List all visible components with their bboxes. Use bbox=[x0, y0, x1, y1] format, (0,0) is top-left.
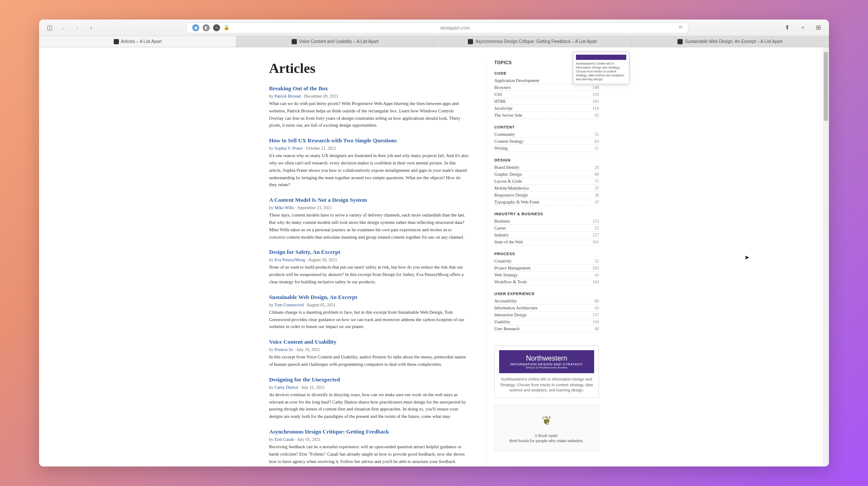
topic-link[interactable]: Project Management102 bbox=[494, 265, 599, 272]
browser-toolbar: ◫ ⌄ ‹ › ◉ ◐ ○ 🔒 alistapart.com ⟳ ⬆ + ⊞ bbox=[39, 20, 829, 36]
topic-link[interactable]: Interaction Design137 bbox=[494, 312, 599, 319]
topic-link[interactable]: Browsers108 bbox=[494, 84, 599, 91]
article-author-link[interactable]: Sophia V. Prater bbox=[275, 146, 303, 151]
article-author-link[interactable]: Erin Casali bbox=[275, 437, 294, 442]
topic-group-title: DESIGN bbox=[494, 158, 599, 162]
article-meta: by Cathy Dutton · July 15, 2021 bbox=[269, 385, 469, 390]
topic-link[interactable]: Business153 bbox=[494, 218, 599, 225]
topic-link[interactable]: The Server Side45 bbox=[494, 112, 599, 119]
topic-link[interactable]: Accessibility80 bbox=[494, 298, 599, 305]
url-text: alistapart.com bbox=[231, 25, 679, 30]
article-meta: by Sophia V. Prater · October 21, 2021 bbox=[269, 146, 469, 151]
topic-link[interactable]: JavaScript116 bbox=[494, 105, 599, 112]
topic-link[interactable]: Graphic Design80 bbox=[494, 171, 599, 178]
article-meta: by Erin Casali · July 01, 2021 bbox=[269, 437, 469, 442]
article-title-link[interactable]: Asynchronous Design Critique: Getting Fe… bbox=[269, 428, 469, 435]
forward-button[interactable]: › bbox=[86, 23, 96, 33]
browser-window: ◫ ⌄ ‹ › ◉ ◐ ○ 🔒 alistapart.com ⟳ ⬆ + ⊞ A… bbox=[39, 20, 829, 466]
favicon-icon bbox=[677, 39, 683, 44]
tooltip-preview-image bbox=[576, 55, 626, 60]
book-promo[interactable]: ❦ A Book Apart: Brief books for people w… bbox=[494, 405, 599, 451]
privacy-icon[interactable]: ◐ bbox=[203, 24, 210, 31]
topic-link[interactable]: Mobile/Multidevice37 bbox=[494, 185, 599, 192]
topic-link[interactable]: Information Architecture43 bbox=[494, 305, 599, 312]
article-meta: by Mike Wills · September 23, 2021 bbox=[269, 205, 469, 210]
sidebar-column: Northwestern's Online MS in Information … bbox=[486, 60, 599, 466]
article-item: Design for Safety, An Excerpt by Eva Pen… bbox=[269, 249, 469, 286]
topic-link[interactable]: Content Strategy63 bbox=[494, 138, 599, 145]
back-button[interactable]: ‹ bbox=[72, 23, 82, 33]
article-author-link[interactable]: Tom Greenwood bbox=[274, 302, 303, 307]
topic-link[interactable]: Creativity52 bbox=[494, 258, 599, 265]
scrollbar[interactable] bbox=[823, 47, 829, 466]
article-title-link[interactable]: How to Sell UX Research with Two Simple … bbox=[269, 137, 469, 144]
favicon-icon bbox=[114, 39, 119, 44]
tab-voice-content[interactable]: Voice Content and Usability – A List Apa… bbox=[237, 36, 434, 47]
topic-link[interactable]: User Research40 bbox=[494, 325, 599, 332]
reader-icon[interactable]: ○ bbox=[213, 24, 220, 31]
article-excerpt: Receiving feedback can be a stressful ex… bbox=[269, 443, 469, 466]
article-title-link[interactable]: A Content Model Is Not a Design System bbox=[269, 197, 469, 204]
article-author-link[interactable]: Cathy Dutton bbox=[275, 385, 298, 390]
article-item: A Content Model Is Not a Design System b… bbox=[269, 197, 469, 241]
article-title-link[interactable]: Sustainable Web Design, An Excerpt bbox=[269, 294, 469, 301]
shield-icon[interactable]: ◉ bbox=[192, 24, 199, 31]
topic-group-title: CONTENT bbox=[494, 125, 599, 129]
article-author-link[interactable]: Mike Wills bbox=[275, 205, 294, 210]
sidebar-toggle-button[interactable]: ◫ bbox=[44, 23, 55, 33]
article-item: How to Sell UX Research with Two Simple … bbox=[269, 137, 469, 189]
topic-link[interactable]: CSS159 bbox=[494, 91, 599, 98]
dropdown-button[interactable]: ⌄ bbox=[58, 23, 69, 33]
article-excerpt: These days, content models have to serve… bbox=[269, 212, 469, 241]
topic-link[interactable]: Industry127 bbox=[494, 232, 599, 239]
topic-group: CONTENTCommunity51Content Strategy63Writ… bbox=[494, 125, 599, 152]
topic-link[interactable]: State of the Web101 bbox=[494, 239, 599, 246]
topic-link[interactable]: Typography & Web Fonts47 bbox=[494, 199, 599, 206]
article-item: Voice Content and Usability by Preston S… bbox=[269, 338, 469, 368]
sponsor-ad[interactable]: Northwestern INFORMATION DESIGN AND STRA… bbox=[494, 345, 599, 398]
topic-group: DESIGNBrand Identity20Graphic Design80La… bbox=[494, 158, 599, 206]
article-title-link[interactable]: Voice Content and Usability bbox=[269, 338, 469, 345]
tab-articles[interactable]: Articles – A List Apart bbox=[39, 36, 237, 47]
tab-async-feedback[interactable]: Asynchronous Design Critique: Getting Fe… bbox=[434, 36, 631, 47]
article-excerpt: None of us want to build products that p… bbox=[269, 264, 469, 286]
article-author-link[interactable]: Patrick Brosset bbox=[275, 94, 301, 99]
topic-link[interactable]: Writing51 bbox=[494, 145, 599, 152]
new-tab-button[interactable]: + bbox=[798, 23, 808, 33]
topic-link[interactable]: Brand Identity20 bbox=[494, 164, 599, 171]
topic-link[interactable]: Layout & Grids71 bbox=[494, 178, 599, 185]
article-item: Designing for the Unexpected by Cathy Du… bbox=[269, 376, 469, 420]
article-title-link[interactable]: Designing for the Unexpected bbox=[269, 376, 469, 383]
topic-link[interactable]: HTML165 bbox=[494, 98, 599, 105]
topic-link[interactable]: Web Strategy41 bbox=[494, 272, 599, 279]
topic-link[interactable]: Responsive Design36 bbox=[494, 192, 599, 199]
topic-group-title: PROCESS bbox=[494, 252, 599, 256]
page-title: Articles bbox=[269, 60, 469, 76]
topic-link[interactable]: Community51 bbox=[494, 131, 599, 138]
article-title-link[interactable]: Breaking Out of the Box bbox=[269, 85, 469, 92]
address-bar[interactable]: ◉ ◐ ○ 🔒 alistapart.com ⟳ bbox=[187, 22, 688, 33]
article-excerpt: What can we do with just thirty pixels? … bbox=[269, 100, 469, 129]
cursor-icon: ➤ bbox=[744, 254, 750, 261]
article-excerpt: As devices continue to diversify in dizz… bbox=[269, 391, 469, 420]
refresh-icon[interactable]: ⟳ bbox=[679, 25, 683, 30]
tabs-bar: Articles – A List Apart Voice Content an… bbox=[39, 36, 829, 47]
article-author-link[interactable]: Preston So bbox=[275, 347, 293, 352]
article-title-link[interactable]: Design for Safety, An Excerpt bbox=[269, 249, 469, 256]
article-excerpt: Climate change is a daunting problem to … bbox=[269, 309, 469, 331]
book-icon: ❦ bbox=[538, 412, 556, 430]
favicon-icon bbox=[468, 39, 473, 44]
topic-link[interactable]: Usability110 bbox=[494, 319, 599, 325]
ad-text: Northwestern's Online MS in Information … bbox=[499, 377, 594, 393]
scrollbar-thumb[interactable] bbox=[824, 52, 828, 121]
share-button[interactable]: ⬆ bbox=[782, 23, 792, 33]
topic-group: PROCESSCreativity52Project Management102… bbox=[494, 252, 599, 286]
article-author-link[interactable]: Eva PenzeyMoog bbox=[275, 257, 306, 262]
tab-sustainable[interactable]: Sustainable Web Design, An Excerpt – A L… bbox=[631, 36, 829, 47]
topic-link[interactable]: Career52 bbox=[494, 225, 599, 232]
article-meta: by Patrick Brosset · December 09, 2021 bbox=[269, 94, 469, 99]
tabs-overview-button[interactable]: ⊞ bbox=[813, 23, 824, 33]
topic-link[interactable]: Workflow & Tools104 bbox=[494, 279, 599, 286]
ad-banner: Northwestern INFORMATION DESIGN AND STRA… bbox=[499, 350, 594, 373]
article-meta: by Preston So · July 29, 2021 bbox=[269, 347, 469, 352]
